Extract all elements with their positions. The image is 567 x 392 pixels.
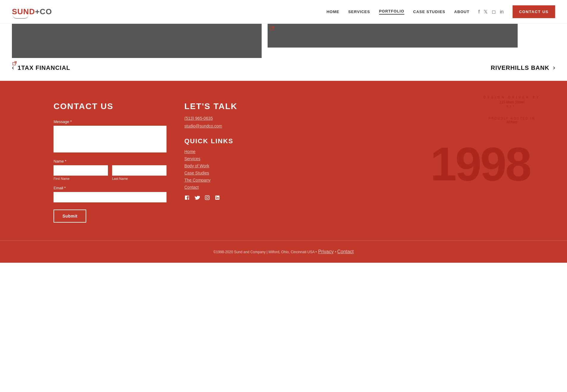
portfolio-image-right <box>268 24 517 48</box>
first-name-sublabel: First Name <box>54 177 108 180</box>
instagram-icon[interactable]: ◻ <box>492 9 496 15</box>
social-icons: f 𝕏 ◻ in <box>478 9 504 15</box>
prev-project[interactable]: ‹ 1TAX FINANCIAL <box>12 64 70 72</box>
footer-link-home[interactable]: Home <box>184 149 513 154</box>
facebook-icon[interactable]: f <box>478 9 480 15</box>
message-textarea[interactable] <box>54 126 167 152</box>
last-name-input[interactable] <box>112 165 167 176</box>
next-project[interactable]: RIVERHILLS BANK › <box>491 64 555 72</box>
footer-bottom: ©1998-2020 Sund and Company | Milford, O… <box>0 240 567 263</box>
footer-linkedin-icon[interactable] <box>215 195 220 202</box>
prev-project-title: 1TAX FINANCIAL <box>18 64 70 71</box>
main-nav: HOME SERVICES PORTFOLIO CASE STUDIES ABO… <box>326 5 555 18</box>
footer-inner: CONTACT US Message * Name * First Name L… <box>0 102 567 223</box>
external-link-left-icon[interactable] <box>12 61 17 66</box>
name-label: Name * <box>54 159 167 163</box>
portfolio-content <box>0 24 567 58</box>
footer-section: DESIGN DRIVEN BY 115 Main Street EST. PR… <box>0 81 567 263</box>
footer-link-the-company[interactable]: The Company <box>184 178 513 182</box>
nav-services[interactable]: SERVICES <box>348 10 370 14</box>
footer-link-body-of-work[interactable]: Body of Work <box>184 163 513 168</box>
contact-form-title: CONTACT US <box>54 102 167 111</box>
first-name-col: First Name <box>54 165 108 180</box>
portfolio-images-row <box>12 24 555 58</box>
svg-point-5 <box>206 197 208 199</box>
footer-instagram-icon[interactable] <box>205 195 210 202</box>
nav-about[interactable]: ABOUT <box>454 10 469 14</box>
quick-links-title: QUICK LINKS <box>184 137 513 145</box>
footer-twitter-icon[interactable] <box>194 195 200 202</box>
linkedin-icon[interactable]: in <box>500 9 503 15</box>
twitter-icon[interactable]: 𝕏 <box>484 9 488 15</box>
footer-social-icons <box>184 195 513 202</box>
watermark-driven-text: DESIGN DRIVEN BY <box>483 96 540 99</box>
first-name-input[interactable] <box>54 165 108 176</box>
last-name-col: Last Name <box>112 165 167 180</box>
email-input[interactable] <box>54 192 167 202</box>
footer-link-case-studies[interactable]: Case Studies <box>184 171 513 175</box>
footer-link-contact[interactable]: Contact <box>184 185 513 190</box>
svg-point-6 <box>208 196 209 197</box>
privacy-link[interactable]: Privacy <box>318 249 334 254</box>
copyright-text: ©1998-2020 Sund and Company | Milford, O… <box>213 250 317 254</box>
site-header: SUND+CO HOME SERVICES PORTFOLIO CASE STU… <box>0 0 567 24</box>
lets-talk-title: LET'S TALK <box>184 102 513 111</box>
footer-right-column: LET'S TALK (513) 965-0635 studio@sundco.… <box>184 102 513 223</box>
submit-button[interactable]: Submit <box>54 210 86 223</box>
next-arrow-icon: › <box>553 64 555 72</box>
next-project-title: RIVERHILLS BANK <box>491 64 549 71</box>
portfolio-nav: ‹ 1TAX FINANCIAL RIVERHILLS BANK › <box>0 58 567 81</box>
email-label: Email * <box>54 186 167 190</box>
nav-home[interactable]: HOME <box>326 10 339 14</box>
contact-button[interactable]: CONTACT US <box>513 5 555 18</box>
email-link[interactable]: studio@sundco.com <box>184 124 513 128</box>
nav-case-studies[interactable]: CASE STUDIES <box>413 10 445 14</box>
footer-facebook-icon[interactable] <box>184 195 190 202</box>
footer-contact-link[interactable]: Contact <box>337 249 354 254</box>
portfolio-image-left <box>12 24 262 58</box>
contact-form-column: CONTACT US Message * Name * First Name L… <box>54 102 167 223</box>
logo[interactable]: SUND+CO <box>12 7 52 16</box>
footer-link-services[interactable]: Services <box>184 156 513 161</box>
nav-portfolio[interactable]: PORTFOLIO <box>379 9 404 15</box>
phone-link[interactable]: (513) 965-0635 <box>184 116 513 121</box>
last-name-sublabel: Last Name <box>112 177 167 180</box>
name-row: First Name Last Name <box>54 165 167 180</box>
message-label: Message * <box>54 119 167 124</box>
external-link-right-icon[interactable] <box>270 26 274 31</box>
